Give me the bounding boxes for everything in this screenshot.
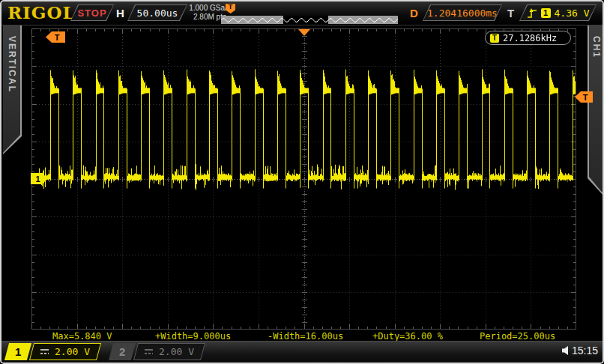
run-status-badge[interactable]: STOP bbox=[70, 4, 114, 21]
menu-tab-vertical[interactable]: VERTICAL bbox=[3, 25, 22, 154]
channel-status-bar: 1 2.00 V 2 2.00 V 15:15 bbox=[1, 341, 603, 363]
channel1-scale: 2.00 V bbox=[55, 346, 90, 357]
delay-badge[interactable]: 1.20416000ms bbox=[423, 4, 502, 21]
delay-label: D bbox=[410, 7, 418, 19]
clock-value: 15:15 bbox=[572, 345, 598, 357]
channel2-number: 2 bbox=[119, 345, 125, 358]
trigger-level-value: 4.36 V bbox=[555, 7, 590, 19]
rising-edge-slope-icon bbox=[527, 7, 537, 19]
timebase-value: 50.00us bbox=[137, 7, 178, 19]
dc-coupling-icon bbox=[40, 349, 49, 354]
freq-counter-value: 27.1286kHz bbox=[503, 33, 557, 43]
preview-canvas bbox=[221, 16, 398, 24]
horizontal-label: H bbox=[116, 7, 124, 19]
measurement-period: Period=25.00us bbox=[480, 331, 555, 342]
system-clock: 15:15 bbox=[562, 345, 598, 357]
menu-tab-ch1[interactable]: CH1 bbox=[588, 25, 604, 196]
trigger-label: T bbox=[507, 7, 514, 19]
sample-rate: 1.000 GSa/s bbox=[189, 4, 231, 13]
top-status-bar: RIGOL STOP H 50.00us 1.000 GSa/s 2.80M p… bbox=[1, 1, 603, 25]
timebase-badge[interactable]: 50.00us bbox=[127, 4, 187, 21]
measurement-max: Max=5.840 V bbox=[52, 331, 112, 342]
measurement-pwidth: +Width=9.000us bbox=[155, 331, 231, 342]
delay-value: 1.20416000ms bbox=[427, 7, 498, 19]
run-status-label: STOP bbox=[77, 7, 106, 19]
rigol-logo: RIGOL bbox=[7, 2, 76, 22]
trigger-position-marker-icon[interactable] bbox=[298, 29, 310, 36]
oscilloscope-screen: RIGOL STOP H 50.00us 1.000 GSa/s 2.80M p… bbox=[0, 0, 604, 364]
waveform-preview-strip[interactable] bbox=[221, 13, 398, 22]
channel2-scale: 2.00 V bbox=[159, 346, 194, 357]
waveform-display bbox=[31, 28, 576, 330]
channel1-number: 1 bbox=[15, 345, 21, 358]
frequency-counter: T 27.1286kHz bbox=[485, 31, 571, 45]
vertical-tab-label: VERTICAL bbox=[7, 25, 17, 153]
trigger-level-marker[interactable]: T bbox=[575, 91, 593, 103]
speaker-icon bbox=[562, 346, 570, 355]
measurement-duty: +Duty=36.00 % bbox=[372, 331, 443, 342]
trigger-source-badge: 1 bbox=[541, 8, 551, 18]
channel1-status[interactable]: 1 2.00 V bbox=[7, 343, 99, 360]
ch1-tab-label: CH1 bbox=[591, 25, 602, 195]
dc-coupling-icon bbox=[145, 349, 153, 354]
trigger-badge[interactable]: 1 4.36 V bbox=[519, 4, 597, 21]
freq-counter-trigger-badge: T bbox=[490, 34, 499, 43]
channel2-status[interactable]: 2 2.00 V bbox=[111, 343, 203, 360]
measurement-nwidth: -Width=16.00us bbox=[268, 331, 343, 342]
